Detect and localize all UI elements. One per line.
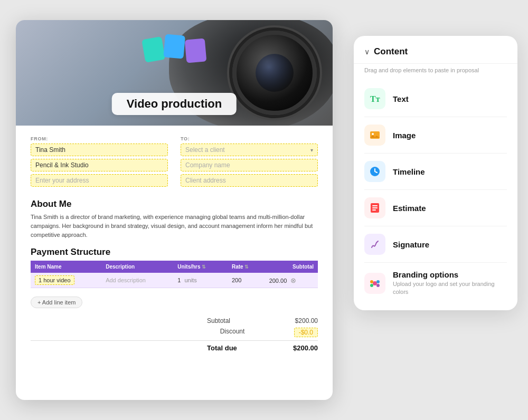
estimate-item-label: Estimate xyxy=(393,204,426,213)
collapse-icon[interactable]: ∨ xyxy=(364,47,370,56)
to-client-select[interactable]: Select a client ▾ xyxy=(181,144,318,156)
svg-point-9 xyxy=(370,280,373,283)
branding-icon xyxy=(364,273,385,294)
total-due-label: Total due xyxy=(207,344,249,352)
sort-icon: ⇅ xyxy=(244,264,249,270)
cell-units: 1 units xyxy=(173,273,228,288)
divider-4 xyxy=(364,226,507,226)
cube-purple xyxy=(185,38,207,63)
to-company-input[interactable]: Company name xyxy=(181,159,318,171)
from-to-row: FROM: Tina Smith Pencil & Ink Studio Ent… xyxy=(31,136,318,189)
cell-subtotal: 200.00 ⊗ xyxy=(265,273,318,288)
timeline-item-label: Timeline xyxy=(393,167,425,176)
from-label: FROM: xyxy=(31,136,168,141)
col-item-name: Item Name xyxy=(31,261,101,273)
cell-description[interactable]: Add description xyxy=(101,273,173,288)
text-item-label: Text xyxy=(393,94,409,103)
content-items-list: Tт Text Image xyxy=(354,80,517,305)
from-name-input[interactable]: Tina Smith xyxy=(31,144,168,156)
estimate-icon xyxy=(364,197,385,218)
divider-2 xyxy=(364,153,507,154)
payment-title: Payment Structure xyxy=(31,247,318,257)
cube-teal xyxy=(142,36,165,63)
subtotal-value: $200.00 xyxy=(281,317,318,324)
timeline-icon xyxy=(364,161,385,182)
add-line-label: + Add line item xyxy=(37,299,76,306)
item-name-input[interactable]: 1 hour video xyxy=(35,275,74,285)
svg-point-11 xyxy=(370,284,373,287)
cell-item-name: 1 hour video xyxy=(31,273,101,288)
content-item-text[interactable]: Tт Text xyxy=(354,82,517,116)
svg-text:Tт: Tт xyxy=(370,94,380,103)
about-text: Tina Smith is a director of brand market… xyxy=(31,213,318,240)
svg-point-2 xyxy=(372,133,374,135)
signature-item-label: Signature xyxy=(393,240,429,249)
content-item-timeline[interactable]: Timeline xyxy=(354,155,517,188)
to-label: TO: xyxy=(181,136,318,141)
col-rate: Rate⇅ xyxy=(228,261,265,273)
content-item-branding[interactable]: Branding options Upload your logo and se… xyxy=(354,264,517,303)
col-subtotal: Subtotal xyxy=(265,261,318,273)
add-line-button[interactable]: + Add line item xyxy=(31,297,82,308)
cell-rate[interactable]: 200 xyxy=(228,273,265,288)
totals-section: Subtotal $200.00 Discount -$0.0 Total du… xyxy=(31,316,318,354)
content-item-signature[interactable]: Signature xyxy=(354,227,517,261)
col-description: Description xyxy=(101,261,173,273)
svg-rect-6 xyxy=(372,207,378,208)
camera-lens xyxy=(232,31,317,115)
svg-rect-5 xyxy=(372,205,378,206)
doc-header-image: Video production xyxy=(16,20,333,126)
branding-item-sublabel: Upload your logo and set your branding c… xyxy=(393,280,507,297)
panel-title: Content xyxy=(374,46,408,57)
chevron-down-icon: ▾ xyxy=(310,147,313,153)
doc-title: Video production xyxy=(127,97,222,110)
discount-label: Discount xyxy=(220,328,262,337)
total-due-value: $200.00 xyxy=(281,344,318,352)
discount-row: Discount -$0.0 xyxy=(31,326,318,339)
cube-blue xyxy=(163,34,185,59)
from-address-input[interactable]: Enter your address xyxy=(31,174,168,187)
payment-table: Item Name Description Units/hrs⇅ Rate⇅ S… xyxy=(31,261,318,288)
image-item-label: Image xyxy=(393,131,416,140)
content-item-estimate[interactable]: Estimate xyxy=(354,191,517,225)
svg-point-12 xyxy=(376,284,380,287)
from-company-input[interactable]: Pencil & Ink Studio xyxy=(31,159,168,171)
panel-header: ∨ Content xyxy=(354,46,517,64)
sort-icon: ⇅ xyxy=(202,264,206,270)
branding-item-label: Branding options xyxy=(393,270,507,279)
content-item-image[interactable]: Image xyxy=(354,118,517,152)
panel-subtitle: Drag and drop elements to paste in propo… xyxy=(354,64,517,80)
branding-text: Branding options Upload your logo and se… xyxy=(393,270,507,297)
svg-rect-7 xyxy=(372,209,376,211)
from-column: FROM: Tina Smith Pencil & Ink Studio Ent… xyxy=(31,136,168,189)
subtotal-row: Subtotal $200.00 xyxy=(31,316,318,326)
svg-point-8 xyxy=(373,281,377,285)
table-row: 1 hour video Add description 1 units 200… xyxy=(31,273,318,288)
total-due-row: Total due $200.00 xyxy=(31,340,318,354)
divider-1 xyxy=(364,117,507,117)
image-icon xyxy=(364,125,385,146)
scene: Video production FROM: Tina Smith Pencil… xyxy=(5,9,523,411)
col-units: Units/hrs⇅ xyxy=(173,261,228,273)
logo-cube xyxy=(143,36,205,59)
to-address-input[interactable]: Client address xyxy=(181,174,318,187)
to-client-placeholder: Select a client xyxy=(185,146,225,154)
divider-3 xyxy=(364,189,507,190)
discount-value[interactable]: -$0.0 xyxy=(294,328,318,337)
signature-icon xyxy=(364,234,385,255)
to-column: TO: Select a client ▾ Company name Clien… xyxy=(181,136,318,189)
right-panel: ∨ Content Drag and drop elements to past… xyxy=(354,36,517,310)
about-title: About Me xyxy=(31,199,318,209)
subtotal-label: Subtotal xyxy=(207,317,249,324)
doc-body: FROM: Tina Smith Pencil & Ink Studio Ent… xyxy=(16,126,333,400)
svg-point-10 xyxy=(376,280,380,283)
divider-5 xyxy=(364,262,507,263)
remove-row-button[interactable]: ⊗ xyxy=(290,276,296,284)
doc-card: Video production FROM: Tina Smith Pencil… xyxy=(16,20,333,400)
doc-title-badge: Video production xyxy=(112,93,237,115)
text-icon: Tт xyxy=(364,88,385,109)
